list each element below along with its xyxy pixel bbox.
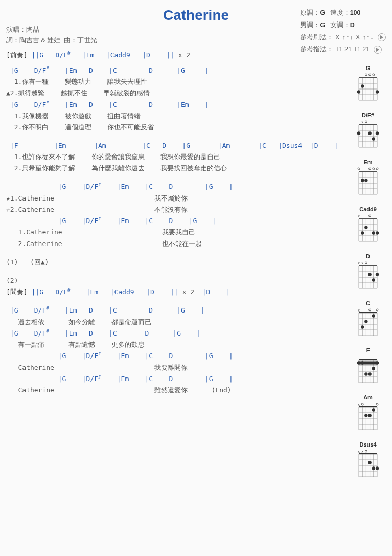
chord-name: Dsus4 [350, 441, 386, 448]
lyric-line: ▲2.抓得越緊 越抓不住 早就破裂的感情 [6, 87, 343, 99]
svg-point-159 [376, 466, 379, 470]
svg-point-34 [365, 121, 367, 123]
svg-point-103 [364, 320, 367, 323]
orig-key-label: 原調： [300, 9, 320, 16]
chord-diagrams-column: GD/F#xEmCadd9xDxxCxFAmxDsus4xx [350, 65, 386, 488]
female-key-label: 女調： [330, 21, 350, 29]
female-key: D [350, 21, 355, 29]
singer: 陶喆 [26, 26, 39, 33]
lyric-line: 過去相依 如今分離 都是命運而已 [6, 317, 343, 328]
chord-line: |G D/F# |Em D |C D |G | [6, 305, 343, 316]
chord-diagram-c: Cx [350, 300, 386, 338]
chord-diagram-em: Em [350, 159, 386, 197]
lyric-line: 1.Catherine 我要我自己 [6, 227, 343, 238]
svg-point-67 [364, 226, 367, 229]
chord-name: G [350, 65, 386, 71]
repeat-2: (2) [6, 275, 343, 286]
lyric-line: ★1.Catherine 我不屬於你 [6, 193, 343, 204]
svg-point-49 [364, 179, 367, 182]
chord-grid [356, 73, 380, 101]
svg-point-84 [368, 273, 371, 276]
chord-name: D [350, 253, 386, 259]
composer: 丁世光 [77, 37, 97, 44]
lyric-line: Catherine 我要離開你 [6, 362, 343, 373]
svg-point-160 [365, 450, 367, 452]
svg-point-122 [361, 361, 364, 364]
svg-point-32 [372, 137, 375, 140]
chord-grid [356, 355, 380, 384]
verse-1: |G D/F# |Em D |C D |G | 1.你有一種 變態功力 讓我失去… [6, 65, 343, 133]
svg-text:x: x [358, 214, 360, 218]
interlude-line: [間奏] ||G D/F# |Em |Cadd9 |D || x 2 |D | [6, 286, 343, 298]
svg-point-70 [369, 215, 371, 217]
finger-label: 參考指法： [300, 46, 333, 53]
svg-point-86 [376, 273, 379, 276]
tempo: 100 [350, 9, 361, 16]
svg-point-87 [365, 262, 367, 264]
chord-grid: xx [356, 449, 380, 478]
male-key: G [320, 21, 325, 29]
chord-line: |G |D/F# |Em |C D |G | [6, 181, 343, 192]
svg-point-68 [372, 231, 375, 234]
svg-point-143 [376, 403, 378, 405]
svg-point-125 [372, 367, 375, 370]
chord-line: |G D/F# |Em D |C D |Em | [6, 99, 343, 110]
svg-point-15 [365, 74, 367, 76]
chord-line: |G D/F# |Em D |C D |G | [6, 65, 343, 76]
svg-point-121 [357, 361, 360, 364]
svg-point-140 [368, 414, 371, 417]
chord-grid: x [356, 120, 380, 148]
svg-point-17 [373, 74, 375, 76]
play-strum-button[interactable] [378, 33, 386, 41]
verse-2: |G D/F# |Em D |C D |G | 過去相依 如今分離 都是命運而已… [6, 305, 343, 396]
chord-diagram-cadd9: Cadd9x [350, 206, 386, 244]
svg-text:x: x [358, 261, 360, 265]
svg-point-139 [364, 414, 367, 417]
svg-point-157 [368, 461, 371, 464]
svg-point-14 [376, 90, 379, 93]
svg-point-16 [369, 74, 371, 76]
svg-text:x: x [361, 120, 363, 124]
chord-line: |G |D/F# |Em |C D |G | [6, 350, 343, 362]
svg-point-158 [372, 466, 375, 470]
lyrics-column: |G D/F# |Em D |C D |G | 1.你有一種 變態功力 讓我失去… [6, 65, 343, 488]
tempo-label: 速度： [330, 9, 350, 16]
svg-point-105 [369, 309, 371, 311]
chorus: |G |D/F# |Em |C D |G | ★1.Catherine 我不屬於… [6, 181, 343, 249]
svg-point-13 [361, 84, 364, 87]
orig-key: G [320, 9, 325, 16]
chord-diagram-f: F [350, 347, 386, 385]
svg-point-141 [372, 408, 375, 411]
lyric-line: 1.也許你從來不了解 你的愛會讓我窒息 我想你最愛的是自己 [6, 151, 343, 163]
chord-grid: x [356, 214, 380, 242]
svg-point-106 [376, 309, 378, 311]
chord-name: Cadd9 [350, 206, 386, 212]
chord-line: |F |Em |Am |C D |G |Am |C |Dsus4 |D | [6, 140, 343, 151]
play-finger-button[interactable] [374, 46, 382, 54]
svg-point-31 [368, 131, 371, 135]
svg-point-12 [357, 90, 360, 93]
lyric-line: 1.我像機器 被你遊戲 扭曲著情緒 [6, 110, 343, 122]
singer-label: 演唱： [6, 26, 26, 33]
chord-diagram-dsus4: Dsus4xx [350, 441, 386, 479]
chord-diagram-df: D/F#x [350, 112, 386, 150]
chord-diagram-d: Dxx [350, 253, 386, 291]
svg-point-30 [357, 131, 360, 135]
chord-grid [356, 167, 380, 195]
lyric-line: 2.只希望你能夠了解 為什麼我離你遠去 我要找回被奪走的信心 [6, 163, 343, 174]
composer-label: 曲： [64, 37, 77, 44]
lyricist: 陶吉吉 & 娃娃 [19, 37, 60, 44]
repeat-1: (1) (回▲) [6, 257, 343, 268]
chord-name: Am [350, 394, 386, 401]
lyric-line: ☆2.Catherine 不能沒有你 [6, 204, 343, 215]
chord-name: F [350, 347, 386, 353]
svg-text:x: x [358, 403, 360, 406]
svg-point-142 [361, 403, 363, 405]
svg-point-53 [376, 168, 378, 170]
svg-text:x: x [358, 450, 360, 453]
meta-right: 原調：G 速度：100 男調：G 女調：D 參考刷法： X ↑↑↓ X ↑↑↓ … [300, 7, 386, 56]
svg-text:x: x [358, 308, 360, 312]
chord-line: |G |D/F# |Em |C D |G | [6, 373, 343, 385]
svg-point-85 [372, 278, 375, 281]
chord-grid: x [356, 402, 380, 431]
